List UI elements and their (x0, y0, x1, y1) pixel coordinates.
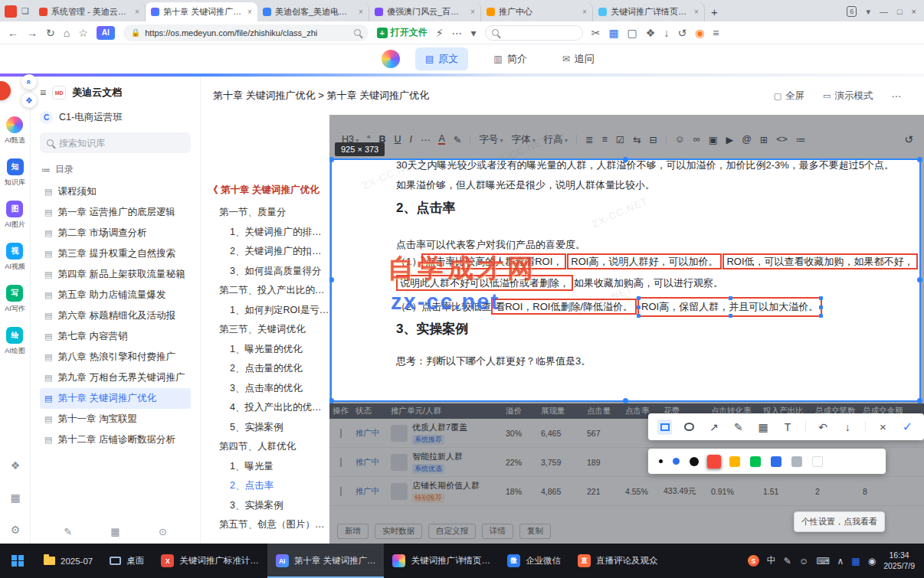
more-actions-icon[interactable]: ⋯ (452, 28, 463, 38)
workspace-selector[interactable]: C C1-电商运营班 (40, 111, 191, 124)
ai-assistant-button[interactable]: AI (97, 26, 115, 40)
toc-item[interactable]: 4、投入产出比的优化（观察7天/15… (208, 398, 329, 418)
text-tool-button[interactable]: T (781, 420, 795, 435)
brush-size-large[interactable] (690, 457, 699, 466)
sidebar-item-ai-write[interactable]: 写 AI写作 (5, 285, 25, 314)
sidebar-item-knowledge[interactable]: 知 知识库 (5, 158, 25, 188)
toc-item[interactable]: 第二节、投入产出比的认识 (208, 281, 329, 301)
font-color-button[interactable]: A (438, 134, 444, 145)
tab-close-icon[interactable]: × (247, 8, 252, 16)
row-checkbox[interactable] (340, 458, 342, 467)
window-maximize-button[interactable]: □ (897, 7, 903, 16)
color-swatch-blue[interactable] (771, 456, 781, 467)
breadcrumb[interactable]: 第十章 关键词推广优化 > 第十章 关键词推广优化 (213, 89, 429, 103)
toc-item[interactable]: 第四节、人群优化 (208, 437, 329, 457)
home-button[interactable]: ⌂ (64, 28, 70, 38)
start-button[interactable] (0, 544, 35, 578)
tab-close-icon[interactable]: × (694, 8, 699, 16)
back-button[interactable]: ← (8, 28, 18, 38)
toc-item[interactable]: 3、实操案例 (208, 496, 329, 516)
color-swatch-red[interactable] (707, 454, 721, 468)
toc-item[interactable]: 第三节、关键词优化 (208, 320, 329, 340)
scissors-icon[interactable]: ✂ (591, 28, 601, 38)
history-icon[interactable]: ↺ (677, 28, 686, 38)
color-swatch-white[interactable] (812, 456, 823, 467)
row-checkbox[interactable] (340, 429, 342, 438)
extensions-icon[interactable]: ❖ (646, 28, 656, 38)
annotation-rect[interactable]: ROI低，可以查看收藏加购，如果都不好， (722, 253, 917, 269)
sidebar-item[interactable]: ▤第十二章 店铺诊断数据分析 (40, 429, 191, 450)
rectangle-tool-button[interactable] (657, 420, 672, 435)
emoji-button[interactable]: ☺ (675, 134, 685, 145)
sidebar-item[interactable]: ▤第四章 新品上架获取流量秘籍 (40, 264, 191, 285)
more-formats-button[interactable]: ⋯ (421, 134, 431, 145)
sidebar-item[interactable]: ▤第一章 运营推广的底层逻辑 (40, 202, 191, 223)
tab-close-icon[interactable]: × (359, 8, 363, 16)
sidebar-item[interactable]: ▤第九章 万相台无界关键词推广 (40, 367, 191, 388)
checklist-button[interactable]: ☑ (616, 134, 624, 145)
download-icon[interactable]: ↓ (664, 28, 669, 38)
toc-item[interactable]: 1、曝光量的优化 (208, 340, 329, 360)
toc-item[interactable]: 1、如何判定ROI是亏是赚 (208, 301, 329, 321)
table-row[interactable]: 推广中 店铺长期价值人群特别推荐 18%4,865 2214.55% 433.4… (329, 477, 924, 506)
sidebar-item-ai-select[interactable]: AI甄选 (5, 116, 25, 145)
tray-expand-icon[interactable]: ∧ (837, 556, 844, 567)
sogou-input-icon[interactable]: S (748, 555, 759, 567)
sidebar-item[interactable]: ▤第七章 内容营销 (40, 326, 191, 347)
emoji-icon[interactable]: ☺ (799, 556, 808, 567)
toc-item[interactable]: 3、如何提高质量得分 (208, 262, 329, 282)
search-icon[interactable] (354, 29, 361, 36)
apps-icon[interactable]: ▦ (110, 526, 120, 537)
pen-icon[interactable]: ✎ (784, 556, 791, 567)
brush-size-small[interactable] (659, 459, 663, 463)
sidebar-item-selected[interactable]: ▤第十章 关键词推广优化 (40, 388, 191, 409)
sidebar-item[interactable]: ▤课程须知 (40, 181, 191, 202)
menu-icon[interactable]: ≡ (713, 28, 719, 38)
workspace-panel-icon[interactable]: ❏ (21, 6, 29, 16)
color-swatch-yellow[interactable] (729, 456, 740, 467)
extensions-icon[interactable]: ❖ (11, 459, 21, 472)
cancel-button[interactable]: × (876, 420, 890, 435)
realtime-data-button[interactable]: 实时数据 (375, 524, 422, 539)
browser-tab[interactable]: 傻强澳门风云_百度搜索 × (369, 2, 481, 21)
fullscreen-button[interactable]: ▢ 全屏 (774, 90, 804, 103)
undo-button[interactable]: ↺ (904, 133, 913, 145)
download-button[interactable]: ↓ (840, 420, 855, 435)
hamburger-menu-icon[interactable]: ≡ (40, 87, 46, 99)
taskbar-clock[interactable]: 16:34 2025/7/9 (883, 550, 915, 571)
mention-button[interactable]: @ (742, 134, 752, 145)
screenshot-icon[interactable]: ▢ (627, 28, 637, 38)
taskbar-item-desktop[interactable]: 桌面 (101, 544, 152, 578)
mosaic-tool-button[interactable]: ▦ (755, 420, 770, 435)
confirm-button[interactable]: ✓ (900, 420, 915, 435)
toc-item[interactable]: 2、关键词推广的扣费公式 (208, 242, 329, 262)
browser-tab[interactable]: 美迪创客_美迪电商_美… × (257, 2, 369, 21)
tab-summary[interactable]: ▥ 简介 (483, 47, 536, 70)
edit-icon[interactable]: ✎ (64, 526, 72, 537)
toc-item[interactable]: 第五节、创意（图片）优化 (208, 515, 329, 535)
toc-item[interactable]: 3、点击率的优化 (208, 379, 329, 399)
new-tab-button[interactable]: + (711, 5, 718, 18)
toc-item[interactable]: 5、实操案例 (208, 418, 329, 438)
sidebar-item-ai-draw[interactable]: 绘 AI绘图 (5, 327, 25, 356)
copy-button[interactable]: 复制 (519, 524, 551, 539)
more-options-button[interactable]: ⋯ (892, 90, 902, 102)
bookmark-star-icon[interactable]: ☆ (78, 28, 88, 38)
toc-title[interactable]: 《 第十章 关键词推广优化 (208, 184, 329, 197)
toc-item[interactable]: 1、曝光量 (208, 457, 329, 477)
toc-item[interactable]: 第一节、质量分 (208, 203, 329, 223)
gear-icon[interactable]: ⚙ (11, 524, 21, 536)
browser-tab[interactable]: 推广中心 × (481, 2, 593, 21)
tab-ask[interactable]: ✉ 追问 (552, 47, 605, 70)
browser-hub-icon[interactable]: ◉ (695, 28, 704, 38)
refresh-button[interactable]: ↻ (46, 28, 55, 38)
window-close-button[interactable]: × (912, 7, 916, 16)
align-button[interactable]: ⇆ (633, 134, 641, 145)
annotation-rect[interactable]: 看ROI，ROI低删除/降低溢价。 (491, 299, 637, 315)
tab-list-chevron-icon[interactable]: ▾ (866, 7, 870, 17)
link-button[interactable]: ∞ (693, 134, 700, 145)
language-indicator[interactable]: 中 (767, 554, 776, 567)
tab-original[interactable]: ▤ 原文 (415, 47, 468, 70)
open-file-button[interactable]: + 打开文件 (377, 26, 428, 39)
sidebar-item[interactable]: ▤第十一章 淘宝联盟 (40, 409, 191, 429)
